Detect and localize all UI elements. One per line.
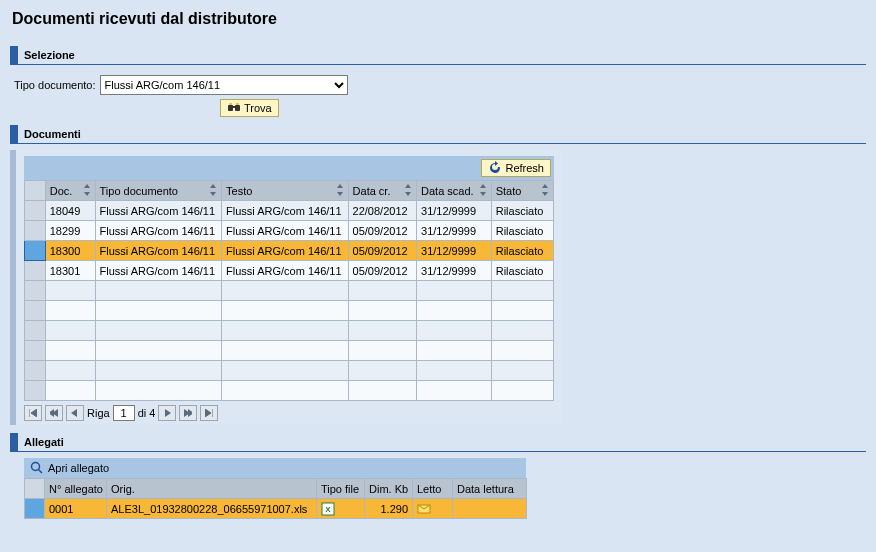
cell-letto: [413, 499, 453, 519]
pager-current-input[interactable]: [113, 405, 135, 421]
trova-button[interactable]: Trova: [220, 99, 279, 117]
col-dim-kb[interactable]: Dim. Kb: [365, 479, 413, 499]
cell-data-lettura: [453, 499, 527, 519]
col-tipo-file[interactable]: Tipo file: [317, 479, 365, 499]
cell-empty: [491, 381, 553, 401]
cell-empty: [417, 281, 492, 301]
cell-data_scad: 31/12/9999: [417, 221, 492, 241]
sort-icon[interactable]: [478, 184, 488, 196]
cell-data_scad: 31/12/9999: [417, 261, 492, 281]
cell-empty: [222, 381, 349, 401]
col-stato[interactable]: Stato: [491, 181, 553, 201]
pager-first-button[interactable]: [24, 405, 42, 421]
pager-label-prefix: Riga: [87, 407, 110, 419]
table-row-empty: [25, 341, 554, 361]
pager-prev-button[interactable]: [66, 405, 84, 421]
pager-next-button[interactable]: [158, 405, 176, 421]
table-row[interactable]: 18301Flussi ARG/com 146/11Flussi ARG/com…: [25, 261, 554, 281]
cell-dim: 1.290: [365, 499, 413, 519]
cell-empty: [95, 321, 222, 341]
col-letto[interactable]: Letto: [413, 479, 453, 499]
cell-empty: [95, 381, 222, 401]
cell-stato: Rilasciato: [491, 201, 553, 221]
cell-empty: [45, 321, 95, 341]
cell-empty: [417, 301, 492, 321]
cell-empty: [348, 381, 416, 401]
row-selector-header: [25, 181, 46, 201]
col-data-cr[interactable]: Data cr.: [348, 181, 416, 201]
cell-testo: Flussi ARG/com 146/11: [222, 221, 349, 241]
table-row[interactable]: 18300Flussi ARG/com 146/11Flussi ARG/com…: [25, 241, 554, 261]
row-selector[interactable]: [25, 261, 46, 281]
row-selector[interactable]: [25, 321, 46, 341]
row-selector[interactable]: [25, 221, 46, 241]
cell-empty: [222, 301, 349, 321]
documents-panel-title: Documenti: [18, 128, 81, 140]
cell-empty: [222, 321, 349, 341]
cell-empty: [95, 361, 222, 381]
cell-empty: [348, 301, 416, 321]
col-orig[interactable]: Orig.: [107, 479, 317, 499]
table-row[interactable]: 18049Flussi ARG/com 146/11Flussi ARG/com…: [25, 201, 554, 221]
cell-empty: [45, 301, 95, 321]
cell-empty: [45, 361, 95, 381]
col-doc[interactable]: Doc.: [45, 181, 95, 201]
row-selector[interactable]: [25, 341, 46, 361]
row-selector[interactable]: [25, 499, 45, 519]
row-selector[interactable]: [25, 281, 46, 301]
refresh-button[interactable]: Refresh: [481, 159, 551, 177]
pager-nextpage-button[interactable]: [179, 405, 197, 421]
sort-icon[interactable]: [403, 184, 413, 196]
cell-empty: [417, 341, 492, 361]
table-row-empty: [25, 301, 554, 321]
table-row-empty: [25, 321, 554, 341]
cell-orig: ALE3L_01932800228_06655971007.xls: [107, 499, 317, 519]
cell-empty: [222, 341, 349, 361]
documents-table: Doc. Tipo documento Testo Data cr. Data …: [24, 180, 554, 401]
sort-icon[interactable]: [335, 184, 345, 196]
selection-panel-title: Selezione: [18, 49, 75, 61]
magnifier-icon: [30, 461, 44, 475]
svg-rect-3: [229, 103, 232, 105]
col-data-lettura[interactable]: Data lettura: [453, 479, 527, 499]
col-testo[interactable]: Testo: [222, 181, 349, 201]
sort-icon[interactable]: [540, 184, 550, 196]
cell-tipo: Flussi ARG/com 146/11: [95, 221, 222, 241]
mail-icon: [417, 502, 448, 516]
svg-point-5: [32, 463, 40, 471]
attachments-panel-title: Allegati: [18, 436, 64, 448]
cell-stato: Rilasciato: [491, 241, 553, 261]
documents-toolbar: Refresh: [24, 156, 554, 180]
cell-data_scad: 31/12/9999: [417, 201, 492, 221]
tipo-documento-select[interactable]: Flussi ARG/com 146/11: [100, 75, 348, 95]
svg-rect-2: [232, 106, 236, 108]
row-selector[interactable]: [25, 241, 46, 261]
cell-tipo: Flussi ARG/com 146/11: [95, 241, 222, 261]
row-selector[interactable]: [25, 301, 46, 321]
sort-icon[interactable]: [208, 184, 218, 196]
table-row-empty: [25, 361, 554, 381]
row-selector[interactable]: [25, 201, 46, 221]
table-row[interactable]: 0001ALE3L_01932800228_06655971007.xlsX1.…: [25, 499, 527, 519]
sort-icon[interactable]: [82, 184, 92, 196]
row-selector[interactable]: [25, 361, 46, 381]
binoculars-icon: [227, 101, 241, 115]
col-n-allegato[interactable]: N° allegato: [45, 479, 107, 499]
cell-testo: Flussi ARG/com 146/11: [222, 201, 349, 221]
row-selector[interactable]: [25, 381, 46, 401]
table-row[interactable]: 18299Flussi ARG/com 146/11Flussi ARG/com…: [25, 221, 554, 241]
attachments-table: N° allegato Orig. Tipo file Dim. Kb Lett…: [24, 478, 527, 519]
pager-last-button[interactable]: [200, 405, 218, 421]
col-tipo[interactable]: Tipo documento: [95, 181, 222, 201]
pager-prevpage-button[interactable]: [45, 405, 63, 421]
cell-empty: [45, 381, 95, 401]
col-data-scad[interactable]: Data scad.: [417, 181, 492, 201]
cell-data_cr: 05/09/2012: [348, 261, 416, 281]
open-attachment-button[interactable]: Apri allegato: [48, 462, 109, 474]
svg-line-6: [39, 470, 43, 474]
cell-empty: [491, 281, 553, 301]
cell-empty: [417, 361, 492, 381]
cell-empty: [222, 361, 349, 381]
cell-empty: [491, 321, 553, 341]
table-row-empty: [25, 381, 554, 401]
